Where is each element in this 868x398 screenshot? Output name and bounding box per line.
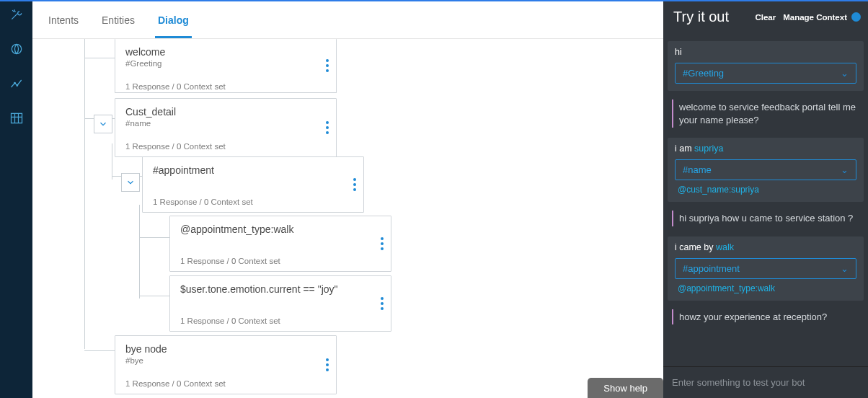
node-title: Cust_detail	[125, 106, 326, 118]
node-cust-detail[interactable]: Cust_detail #name 1 Response / 0 Context…	[115, 98, 337, 157]
node-condition: #bye	[125, 356, 326, 365]
connector	[84, 350, 115, 351]
svg-rect-3	[11, 113, 22, 123]
build-icon[interactable]	[8, 6, 25, 23]
tabs: Intents Entities Dialog	[32, 1, 663, 39]
node-meta: 1 Response / 0 Context set	[125, 379, 326, 388]
more-icon[interactable]	[381, 237, 384, 250]
node-bye[interactable]: bye node #bye 1 Response / 0 Context set	[115, 335, 337, 394]
connector	[139, 237, 169, 238]
improve-icon[interactable]	[8, 75, 25, 92]
tab-entities[interactable]: Entities	[100, 3, 136, 37]
node-tone-joy[interactable]: $user.tone.emotion.current == "joy" 1 Re…	[169, 275, 391, 332]
connector	[84, 39, 85, 349]
intent-label: #appointment	[683, 263, 740, 274]
user-turn: i came by walk #appointment ⌄ @appointme…	[668, 236, 864, 301]
more-icon[interactable]	[326, 358, 329, 371]
more-icon[interactable]	[326, 121, 329, 134]
connector	[139, 205, 140, 298]
tab-dialog[interactable]: Dialog	[156, 3, 190, 37]
main: Intents Entities Dialog welcome #Greetin…	[32, 1, 663, 398]
more-icon[interactable]	[381, 297, 384, 310]
catalog-icon[interactable]	[8, 110, 25, 127]
show-help-button[interactable]: Show help	[588, 378, 663, 398]
node-title: bye node	[125, 343, 326, 355]
node-condition: #Greeting	[125, 59, 326, 68]
user-text: hi	[675, 47, 856, 57]
user-turn: i am supriya #name ⌄ @cust_name:supriya	[668, 138, 864, 202]
node-meta: 1 Response / 0 Context set	[125, 82, 326, 91]
more-icon[interactable]	[353, 178, 356, 191]
try-panel: Try it out Clear Manage Context hi #Gree…	[663, 1, 868, 398]
intent-chip[interactable]: #appointment ⌄	[675, 258, 856, 279]
node-meta: 1 Response / 0 Context set	[180, 257, 381, 265]
node-condition: #name	[125, 119, 326, 128]
collapse-toggle[interactable]	[121, 173, 140, 192]
bot-turn: howz your experience at reception?	[672, 309, 859, 325]
svg-point-0	[12, 44, 21, 53]
connector	[84, 58, 115, 58]
chevron-down-icon: ⌄	[841, 164, 849, 175]
more-icon[interactable]	[326, 59, 329, 72]
intent-label: #name	[683, 164, 712, 175]
try-title: Try it out	[673, 9, 748, 25]
node-meta: 1 Response / 0 Context set	[180, 317, 381, 325]
bot-turn: welcome to service feedback portal tell …	[672, 100, 859, 128]
context-line: @cust_name:supriya	[675, 185, 856, 195]
collapse-toggle[interactable]	[94, 115, 112, 133]
connector	[139, 296, 169, 296]
intent-chip[interactable]: #name ⌄	[675, 159, 856, 180]
node-title: welcome	[125, 46, 326, 58]
try-input[interactable]: Enter something to test your bot	[672, 377, 859, 388]
node-title: #appointment	[153, 164, 353, 176]
try-input-row: Enter something to test your bot	[663, 366, 868, 398]
user-text: i am supriya	[675, 143, 856, 154]
try-conversation: hi #Greeting ⌄ welcome to service feedba…	[663, 38, 868, 366]
node-title: @appointment_type:walk	[180, 224, 381, 235]
tab-intents[interactable]: Intents	[47, 3, 80, 37]
chevron-down-icon: ⌄	[841, 68, 849, 79]
node-welcome[interactable]: welcome #Greeting 1 Response / 0 Context…	[115, 39, 337, 93]
try-header: Try it out Clear Manage Context	[663, 1, 868, 38]
dialog-canvas: welcome #Greeting 1 Response / 0 Context…	[32, 39, 663, 398]
user-text: i came by walk	[675, 242, 856, 252]
node-appt-walk[interactable]: @appointment_type:walk 1 Response / 0 Co…	[169, 216, 391, 272]
bot-turn: hi supriya how u came to service station…	[672, 211, 859, 226]
node-meta: 1 Response / 0 Context set	[125, 142, 326, 151]
node-appointment[interactable]: #appointment 1 Response / 0 Context set	[142, 156, 364, 213]
intent-chip[interactable]: #Greeting ⌄	[675, 63, 856, 84]
intent-label: #Greeting	[683, 68, 724, 79]
node-title: $user.tone.emotion.current == "joy"	[180, 283, 381, 295]
user-turn: hi #Greeting ⌄	[668, 41, 864, 91]
node-meta: 1 Response / 0 Context set	[153, 198, 353, 206]
context-badge-icon	[851, 12, 861, 22]
deploy-icon[interactable]	[8, 40, 25, 58]
connector	[112, 143, 112, 180]
clear-button[interactable]: Clear	[755, 13, 776, 22]
manage-context-button[interactable]: Manage Context	[783, 13, 847, 22]
leftbar	[0, 1, 32, 398]
context-line: @appointment_type:walk	[675, 283, 856, 293]
chevron-down-icon: ⌄	[841, 263, 849, 274]
